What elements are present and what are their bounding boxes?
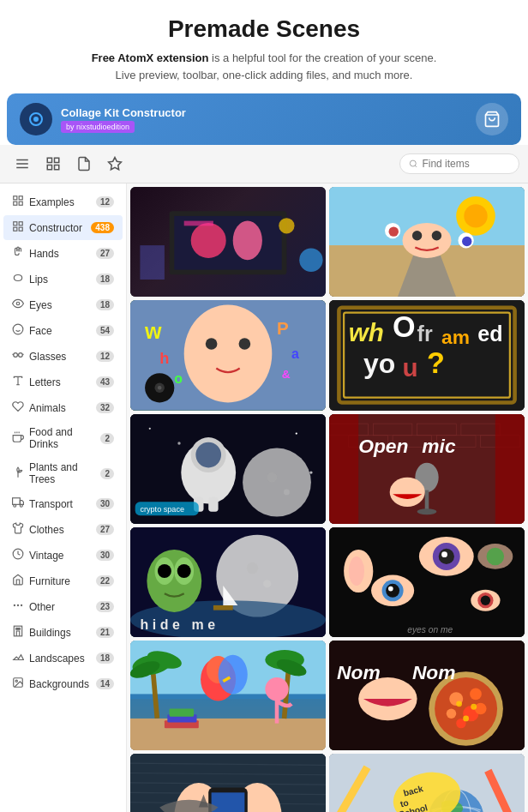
app-by-label: by nixstudioedition [61, 121, 135, 133]
svg-text:Nom: Nom [412, 661, 456, 683]
svg-point-42 [14, 604, 15, 605]
subtitle-line2: Live preview, toolbar, one-click adding … [116, 69, 413, 81]
svg-rect-18 [19, 222, 22, 226]
svg-text:u: u [403, 353, 418, 382]
sidebar-badge-examples: 12 [96, 196, 114, 208]
sidebar-item-letters[interactable]: Letters 43 [3, 370, 123, 394]
sidebar-item-glasses[interactable]: Glasses 12 [3, 344, 123, 369]
svg-rect-54 [140, 245, 165, 280]
page-header: Premade Scenes Free AtomX extension is a… [0, 0, 528, 93]
sidebar-item-face[interactable]: Face 54 [3, 318, 123, 343]
sidebar-item-other[interactable]: Other 23 [3, 594, 123, 619]
sidebar-badge-face: 54 [96, 325, 114, 336]
sidebar-label-lips: Lips [29, 274, 91, 286]
sidebar-item-constructor[interactable]: Constructor 438 [3, 215, 123, 240]
scene-card-5[interactable]: crypto space [130, 414, 326, 524]
sidebar-item-vintage[interactable]: Vintage 30 [3, 543, 123, 568]
scene-card-2[interactable] [329, 187, 525, 297]
svg-text:Nom: Nom [337, 661, 381, 683]
settings-button[interactable] [9, 150, 36, 177]
sidebar-badge-backgrounds: 14 [96, 678, 114, 689]
svg-point-69 [206, 338, 218, 350]
svg-marker-36 [20, 501, 23, 505]
search-icon [409, 159, 417, 169]
sidebar-label-transport: Transport [29, 498, 91, 510]
svg-point-60 [403, 223, 452, 258]
clothes-icon [12, 522, 24, 537]
sidebar-label-animals: Animals [29, 402, 91, 414]
svg-point-120 [390, 477, 425, 506]
svg-text:fr: fr [417, 322, 433, 346]
svg-point-92 [149, 427, 151, 429]
scene-card-1[interactable] [130, 187, 326, 297]
sidebar-badge-buildings: 21 [96, 627, 114, 638]
svg-rect-7 [47, 158, 51, 162]
sidebar-label-letters: Letters [29, 376, 91, 388]
svg-text:ed: ed [477, 322, 502, 346]
svg-text:O: O [393, 310, 416, 343]
svg-rect-8 [55, 158, 59, 162]
svg-rect-20 [19, 227, 22, 231]
svg-rect-17 [14, 222, 17, 226]
sidebar-badge-furniture: 22 [96, 575, 114, 586]
letters-icon [12, 375, 24, 389]
sidebar-item-eyes[interactable]: Eyes 18 [3, 292, 123, 317]
animals-icon [12, 400, 24, 415]
sidebar-badge-transport: 30 [96, 498, 114, 509]
svg-point-143 [386, 584, 399, 598]
scene-card-3[interactable]: w h o P a & [130, 300, 326, 410]
sidebar-item-lips[interactable]: Lips 18 [3, 267, 123, 292]
svg-rect-165 [170, 709, 195, 717]
svg-point-182 [463, 715, 469, 721]
sidebar-item-clothes[interactable]: Clothes 27 [3, 517, 123, 542]
svg-point-25 [14, 353, 18, 358]
sidebar-badge-letters: 43 [96, 376, 114, 388]
svg-point-64 [389, 226, 399, 236]
search-input[interactable] [422, 158, 510, 170]
scene-card-7[interactable]: hide me [130, 527, 326, 637]
sidebar-badge-vintage: 30 [96, 550, 114, 561]
sidebar-item-buildings[interactable]: Buildings 21 [3, 620, 123, 645]
svg-text:&: & [282, 368, 291, 381]
svg-point-140 [441, 551, 447, 557]
svg-point-125 [247, 562, 259, 574]
scene-card-6[interactable]: Open mic [329, 414, 525, 524]
sidebar-item-landscapes[interactable]: Landscapes 18 [3, 646, 123, 671]
sidebar-item-examples[interactable]: Examples 12 [3, 189, 123, 214]
sidebar-item-hands[interactable]: Hands 27 [3, 241, 123, 266]
svg-rect-52 [184, 221, 213, 226]
scene-card-8[interactable]: eyes on me [329, 527, 525, 637]
sidebar-item-furniture[interactable]: Furniture 22 [3, 568, 123, 593]
svg-point-119 [417, 508, 437, 514]
file-button[interactable] [70, 150, 98, 177]
sidebar-label-other: Other [29, 601, 91, 613]
star-button[interactable] [101, 150, 129, 177]
scene-card-10[interactable]: Nom Nom [329, 641, 525, 750]
svg-point-51 [233, 221, 262, 261]
svg-point-79 [158, 386, 162, 390]
svg-point-66 [462, 237, 471, 246]
svg-text:yo: yo [363, 348, 395, 379]
svg-rect-9 [47, 165, 51, 170]
svg-point-177 [447, 709, 456, 719]
scene-card-11[interactable]: SHARK powerful [130, 754, 326, 812]
sidebar-item-backgrounds[interactable]: Backgrounds 14 [3, 671, 123, 696]
cart-button[interactable] [476, 103, 508, 135]
scene-card-9[interactable] [130, 641, 326, 750]
sidebar-item-food-drinks[interactable]: Food and Drinks 2 [3, 421, 123, 455]
svg-text:mic: mic [422, 435, 456, 457]
sidebar-item-transport[interactable]: Transport 30 [3, 491, 123, 516]
sidebar-label-buildings: Buildings [29, 627, 91, 639]
svg-point-183 [358, 677, 417, 720]
svg-point-168 [219, 655, 248, 695]
sidebar-item-plants-trees[interactable]: Plants and Trees 2 [3, 456, 123, 490]
svg-point-12 [410, 160, 416, 166]
scene-card-4[interactable]: wh O fr am ed yo u ? [329, 300, 525, 410]
svg-rect-45 [19, 629, 21, 630]
svg-point-41 [21, 604, 22, 605]
sidebar-item-animals[interactable]: Animals 32 [3, 395, 123, 420]
grid-button[interactable] [39, 150, 67, 177]
scene-card-12[interactable]: back to School [329, 754, 525, 812]
svg-point-133 [158, 564, 171, 578]
svg-rect-19 [14, 227, 17, 231]
